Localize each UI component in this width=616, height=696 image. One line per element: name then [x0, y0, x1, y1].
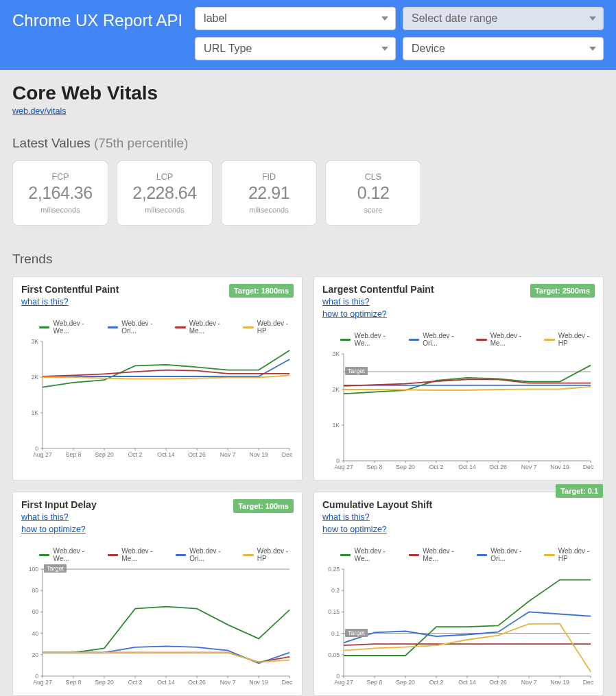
legend-label: Web.dev - Ori... — [121, 320, 163, 335]
vitals-link[interactable]: web.dev/vitals — [12, 106, 67, 116]
legend-swatch — [544, 339, 554, 341]
metric-unit: score — [364, 206, 383, 214]
legend-swatch — [409, 339, 419, 341]
url-type-select[interactable]: URL Type — [195, 37, 396, 60]
date-range-value: Select date range — [412, 12, 497, 25]
legend-swatch — [340, 339, 351, 341]
legend-item: Web.dev - Me... — [409, 547, 464, 562]
chart-panel-fcp: First Contentful Paintwhat is this?Targe… — [12, 276, 303, 481]
target-badge: Target: 1800ms — [229, 284, 294, 298]
chart-area: 01K2K3KAug 27Sep 8Sep 20Oct 2Oct 14Oct 2… — [322, 350, 595, 473]
legend-label: Web.dev - Me... — [121, 547, 163, 562]
legend-label: Web.dev - Ori... — [423, 332, 464, 347]
svg-text:0.2: 0.2 — [331, 587, 340, 594]
legend-swatch — [476, 339, 486, 341]
legend-item: Web.dev - Me... — [108, 547, 163, 562]
legend-swatch — [108, 326, 118, 328]
page-title: Core Web Vitals — [12, 82, 604, 104]
legend-item: Web.dev - We... — [39, 320, 95, 335]
legend-label: Web.dev - Me... — [490, 332, 532, 347]
chart-legend: Web.dev - We...Web.dev - Me...Web.dev - … — [340, 547, 595, 562]
date-range-select[interactable]: Select date range — [403, 7, 604, 30]
legend-item: Web.dev - We... — [340, 332, 396, 347]
metric-label: FCP — [52, 172, 69, 182]
label-select[interactable]: label — [195, 7, 396, 30]
legend-item: Web.dev - Me... — [476, 332, 532, 347]
svg-text:Oct 26: Oct 26 — [188, 451, 206, 458]
chevron-down-icon — [381, 47, 388, 51]
metric-value: 2,164.36 — [28, 183, 92, 203]
target-badge: Target: 0.1 — [556, 484, 603, 498]
svg-text:Nov 19: Nov 19 — [550, 464, 569, 470]
how-to-optimize-link[interactable]: how to optimize? — [322, 309, 387, 319]
legend-item: Web.dev - Me... — [175, 320, 230, 335]
svg-text:Sep 8: Sep 8 — [66, 451, 82, 458]
how-to-optimize-link[interactable]: how to optimize? — [322, 525, 387, 534]
app-title: Chrome UX Report API — [12, 11, 182, 30]
what-is-this-link[interactable]: what is this? — [322, 297, 370, 307]
label-select-value: label — [204, 12, 227, 25]
what-is-this-link[interactable]: what is this? — [21, 297, 69, 307]
metric-value: 22.91 — [248, 183, 289, 203]
chart-area: 00.050.10.150.20.25Aug 27Sep 8Sep 20Oct … — [322, 565, 595, 688]
legend-item: Web.dev - Ori... — [409, 332, 464, 347]
metric-card: FID22.91miliseconds — [221, 160, 317, 226]
legend-swatch — [243, 326, 253, 328]
metric-value: 2,228.64 — [132, 183, 196, 203]
chart-title: First Input Delay — [21, 499, 97, 510]
svg-text:Oct 14: Oct 14 — [458, 679, 476, 686]
legend-label: Web.dev - We... — [354, 332, 396, 347]
how-to-optimize-link[interactable]: how to optimize? — [21, 525, 86, 534]
svg-text:60: 60 — [32, 608, 38, 615]
latest-values-heading: Latest Values (75th percentile) — [12, 136, 604, 151]
chevron-down-icon — [381, 16, 388, 21]
metric-card: CLS0.12score — [325, 160, 421, 226]
chart-title: First Contentful Paint — [21, 284, 119, 295]
legend-swatch — [39, 554, 49, 556]
svg-text:0.25: 0.25 — [328, 566, 340, 573]
svg-text:3K: 3K — [333, 350, 340, 357]
what-is-this-link[interactable]: what is this? — [322, 512, 370, 522]
svg-text:Oct 14: Oct 14 — [157, 451, 175, 458]
legend-swatch — [477, 554, 487, 556]
url-type-value: URL Type — [204, 43, 252, 55]
svg-text:Nov 19: Nov 19 — [550, 679, 569, 686]
legend-item: Web.dev - HP — [544, 332, 595, 347]
filter-controls: label Select date range URL Type Device — [195, 7, 604, 60]
svg-text:3K: 3K — [32, 338, 39, 345]
svg-text:Aug 27: Aug 27 — [334, 679, 353, 686]
header: Chrome UX Report API label Select date r… — [0, 0, 616, 70]
svg-text:Oct 2: Oct 2 — [429, 464, 444, 470]
legend-swatch — [340, 554, 351, 556]
svg-text:Dec 1: Dec 1 — [583, 464, 595, 470]
what-is-this-link[interactable]: what is this? — [21, 512, 69, 522]
trends-heading: Trends — [12, 252, 604, 267]
legend-label: Web.dev - Me... — [423, 547, 464, 562]
target-line-label: Target — [44, 564, 67, 573]
device-select[interactable]: Device — [403, 37, 604, 60]
legend-item: Web.dev - HP — [544, 547, 595, 562]
charts-grid: First Contentful Paintwhat is this?Targe… — [12, 276, 604, 696]
svg-text:Aug 27: Aug 27 — [33, 679, 52, 686]
chart-title: Cumulative Layout Shift — [322, 499, 432, 510]
metric-card: LCP2,228.64miliseconds — [117, 160, 213, 226]
device-value: Device — [412, 43, 445, 55]
chevron-down-icon — [589, 16, 596, 21]
svg-text:Sep 20: Sep 20 — [396, 464, 415, 470]
chart-legend: Web.dev - We...Web.dev - Ori...Web.dev -… — [340, 332, 595, 347]
svg-text:Aug 27: Aug 27 — [33, 451, 52, 458]
legend-label: Web.dev - Ori... — [490, 547, 532, 562]
latest-values-label: Latest Values — [12, 136, 91, 150]
chart-title: Largest Contentful Paint — [322, 284, 434, 295]
svg-text:0.15: 0.15 — [328, 608, 340, 615]
metric-card: FCP2,164.36miliseconds — [12, 160, 108, 226]
svg-text:Sep 8: Sep 8 — [367, 679, 383, 686]
svg-text:Sep 20: Sep 20 — [95, 679, 114, 686]
legend-swatch — [175, 326, 185, 328]
svg-text:40: 40 — [32, 629, 38, 636]
legend-swatch — [409, 554, 419, 556]
legend-item: Web.dev - HP — [243, 547, 294, 562]
legend-swatch — [108, 554, 118, 556]
svg-text:Sep 20: Sep 20 — [95, 451, 114, 458]
legend-label: Web.dev - HP — [257, 547, 294, 562]
